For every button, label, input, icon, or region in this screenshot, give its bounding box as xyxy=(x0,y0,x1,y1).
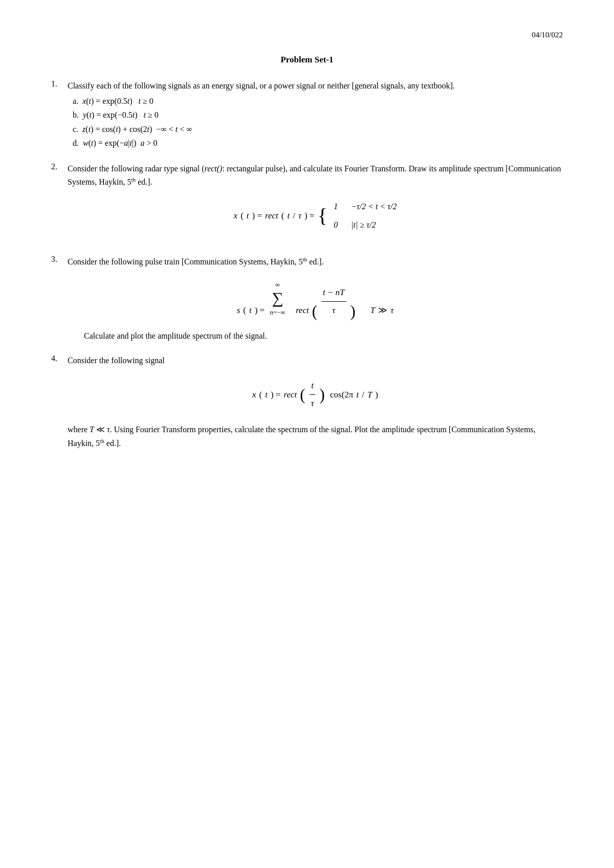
equation-4: x(t) = rect ( t τ ) cos(2πt/T) xyxy=(68,377,563,412)
problem-1: 1. Classify each of the following signal… xyxy=(51,79,563,151)
problem-4: 4. Consider the following signal x(t) = … xyxy=(51,354,563,451)
problem-4-content: Consider the following signal x(t) = rec… xyxy=(68,354,563,451)
problem-2-number: 2. xyxy=(51,162,63,244)
equation-3: s(t) = ∞ ∑ n=−∞ rect ( t − nT τ ) T ≫ τ xyxy=(68,278,563,319)
subpart-d: d. w(t) = exp(−a|t|) a > 0 xyxy=(73,137,563,150)
problem-4-number: 4. xyxy=(51,354,63,451)
page-header: 04/10/022 xyxy=(51,31,563,39)
problem-2-text: Consider the following radar type signal… xyxy=(68,164,561,186)
equation-2: x(t) = rect(t/τ) = { 1 −τ/2 < t < τ/2 0 … xyxy=(68,198,563,233)
header-date: 04/10/022 xyxy=(532,31,563,39)
problem-1-content: Classify each of the following signals a… xyxy=(68,79,563,151)
page-title: Problem Set-1 xyxy=(51,55,563,65)
subpart-b: b. y(t) = exp(−0.5t) t ≥ 0 xyxy=(73,108,563,122)
problem-4-extra: where T ≪ τ. Using Fourier Transform pro… xyxy=(68,422,563,451)
problem-1-number: 1. xyxy=(51,79,63,151)
problem-3-text: Consider the following pulse train [Comm… xyxy=(68,257,324,266)
problem-3-content: Consider the following pulse train [Comm… xyxy=(68,255,563,342)
subpart-c: c. z(t) = cos(t) + cos(2t) −∞ < t < ∞ xyxy=(73,123,563,136)
problem-3: 3. Consider the following pulse train [C… xyxy=(51,255,563,342)
problem-4-text: Consider the following signal xyxy=(68,356,165,365)
problem-3-number: 3. xyxy=(51,255,63,342)
problem-2: 2. Consider the following radar type sig… xyxy=(51,162,563,244)
problem-1-text: Classify each of the following signals a… xyxy=(68,81,455,90)
problem-2-content: Consider the following radar type signal… xyxy=(68,162,563,244)
problem-3-extra: Calculate and plot the amplitude spectru… xyxy=(84,329,563,343)
problems-container: 1. Classify each of the following signal… xyxy=(51,79,563,451)
problem-1-sublist: a. x(t) = exp(0.5t) t ≥ 0 b. y(t) = exp(… xyxy=(73,95,563,150)
subpart-a: a. x(t) = exp(0.5t) t ≥ 0 xyxy=(73,95,563,108)
